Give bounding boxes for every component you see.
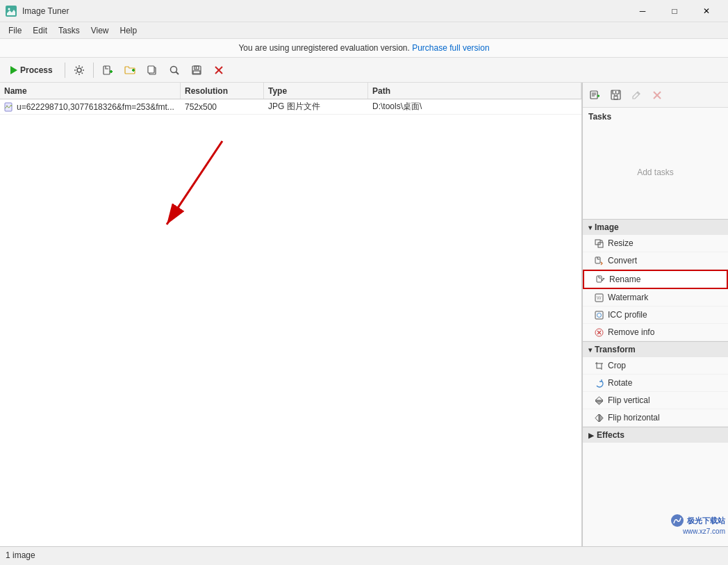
- preview-button[interactable]: [165, 60, 184, 80]
- image-section-label: Image: [595, 222, 619, 232]
- column-name: Name: [0, 83, 181, 99]
- remove-button[interactable]: [209, 60, 229, 80]
- image-chevron-icon: ▾: [588, 224, 592, 231]
- remove-task-button[interactable]: [648, 86, 666, 104]
- settings-button[interactable]: [69, 60, 89, 80]
- toolbar-separator-2: [93, 63, 94, 78]
- remove-icon: [214, 65, 224, 75]
- menu-tasks[interactable]: Tasks: [53, 23, 85, 38]
- file-area: Name Resolution Type Path u=622298710,30…: [0, 83, 582, 546]
- file-name: u=622298710,3077618326&fm=253&fmt...: [17, 102, 174, 112]
- menu-edit[interactable]: Edit: [27, 23, 53, 38]
- main-toolbar: Process: [0, 58, 728, 83]
- rename-icon: [595, 275, 605, 284]
- column-path: Path: [368, 83, 581, 99]
- task-crop[interactable]: Crop: [583, 357, 728, 375]
- image-section: ▾ Image Resize: [583, 219, 728, 341]
- svg-rect-14: [193, 71, 200, 74]
- task-remove-info-label: Remove info: [608, 327, 654, 337]
- add-file-icon: [102, 65, 113, 76]
- task-crop-label: Crop: [608, 361, 626, 370]
- settings-icon: [74, 65, 85, 76]
- add-file-button[interactable]: [98, 60, 117, 80]
- minimize-button[interactable]: ─: [627, 0, 659, 22]
- svg-text:W: W: [597, 295, 602, 300]
- preview-icon: [169, 65, 180, 76]
- add-folder-icon: [124, 65, 135, 76]
- watermark-icon: W: [594, 293, 604, 302]
- app-title: Image Tuner: [22, 6, 69, 16]
- svg-point-1: [8, 8, 10, 10]
- status-text: 1 image: [6, 550, 35, 560]
- status-bar: 1 image: [0, 546, 728, 563]
- tasks-header: Tasks: [583, 108, 728, 126]
- effects-section-label: Effects: [597, 430, 624, 440]
- convert-icon: [594, 256, 604, 265]
- task-rotate-label: Rotate: [608, 378, 632, 388]
- arrow-annotation: [139, 127, 278, 266]
- svg-point-2: [77, 68, 81, 72]
- table-row[interactable]: u=622298710,3077618326&fm=253&fmt... 752…: [0, 99, 581, 115]
- flip-horizontal-icon: [594, 413, 604, 423]
- menu-help[interactable]: Help: [115, 23, 143, 38]
- edit-task-button[interactable]: [627, 86, 645, 104]
- svg-rect-9: [148, 66, 154, 73]
- icc-icon: [594, 310, 604, 320]
- edit-task-icon: [631, 90, 641, 100]
- cell-name: u=622298710,3077618326&fm=253&fmt...: [0, 102, 181, 112]
- transform-section-header[interactable]: ▾ Transform: [583, 342, 728, 357]
- remove-task-icon: [653, 91, 661, 99]
- task-flip-vertical[interactable]: Flip vertical: [583, 392, 728, 409]
- resize-icon: [594, 238, 604, 248]
- cell-type: JPG 图片文件: [264, 101, 368, 113]
- banner: You are using unregistered evaluation ve…: [0, 39, 728, 58]
- process-label: Process: [20, 65, 53, 75]
- main-layout: Name Resolution Type Path u=622298710,30…: [0, 83, 728, 546]
- task-watermark-label: Watermark: [608, 293, 648, 302]
- save-list-button[interactable]: [187, 60, 206, 80]
- copy-button[interactable]: [142, 60, 162, 80]
- file-icon: [4, 102, 14, 112]
- menu-file[interactable]: File: [3, 23, 27, 38]
- task-remove-info[interactable]: Remove info: [583, 324, 728, 341]
- task-rename[interactable]: Rename: [583, 270, 728, 289]
- copy-icon: [147, 65, 158, 76]
- watermark-url: www.xz7.com: [683, 527, 725, 535]
- task-watermark[interactable]: W Watermark: [583, 289, 728, 306]
- flip-vertical-icon: [594, 395, 604, 405]
- save-list-icon: [191, 65, 202, 76]
- column-resolution: Resolution: [181, 83, 264, 99]
- app-icon: [6, 6, 17, 17]
- effects-section-header[interactable]: ▶ Effects: [583, 427, 728, 443]
- purchase-link[interactable]: Purchase full version: [412, 43, 489, 53]
- add-folder-button[interactable]: [120, 60, 140, 80]
- cell-path: D:\tools\桌面\: [368, 101, 581, 113]
- close-button[interactable]: ✕: [690, 0, 722, 22]
- save-tasks-button[interactable]: [606, 86, 624, 104]
- crop-icon: [594, 361, 604, 370]
- transform-chevron-icon: ▾: [588, 346, 592, 354]
- transform-section: ▾ Transform Crop: [583, 341, 728, 427]
- task-convert[interactable]: Convert: [583, 252, 728, 270]
- maximize-button[interactable]: □: [659, 0, 690, 22]
- task-convert-label: Convert: [608, 256, 637, 265]
- watermark-logo-text: 极光下载站: [687, 516, 725, 526]
- task-icc[interactable]: ICC profile: [583, 306, 728, 324]
- task-resize[interactable]: Resize: [583, 235, 728, 252]
- title-controls: ─ □ ✕: [627, 0, 722, 22]
- image-section-header[interactable]: ▾ Image: [583, 220, 728, 235]
- title-bar: Image Tuner ─ □ ✕: [0, 0, 728, 22]
- menu-view[interactable]: View: [85, 23, 115, 38]
- tasks-empty: Add tasks: [583, 126, 728, 219]
- add-task-icon: [590, 90, 600, 100]
- svg-point-41: [597, 313, 601, 317]
- svg-rect-40: [595, 311, 603, 319]
- svg-marker-51: [595, 401, 603, 404]
- task-rotate[interactable]: Rotate: [583, 375, 728, 392]
- add-task-button[interactable]: [586, 86, 604, 104]
- process-button[interactable]: Process: [3, 62, 60, 79]
- task-flip-horizontal[interactable]: Flip horizontal: [583, 409, 728, 427]
- effects-chevron-icon: ▶: [588, 432, 594, 439]
- svg-line-21: [167, 141, 222, 224]
- tasks-area: Tasks Add tasks: [583, 108, 728, 219]
